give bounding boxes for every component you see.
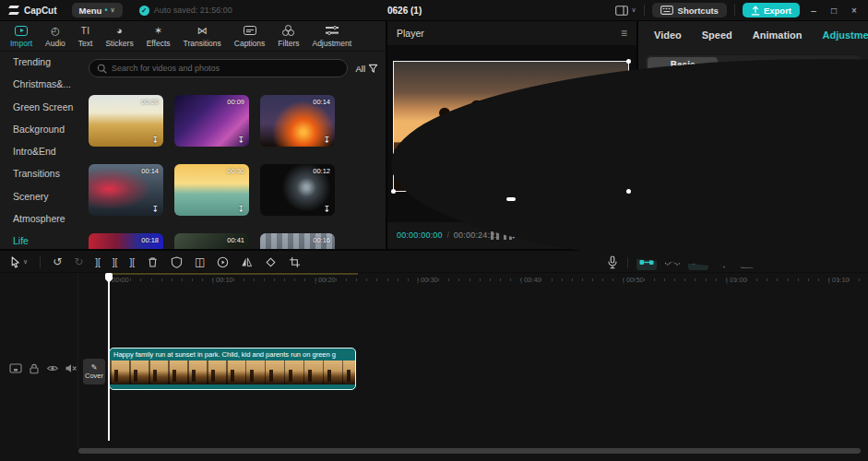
video-thumbnail[interactable]: 00:14 ↧ — [89, 164, 163, 216]
record-voiceover-button[interactable] — [606, 255, 619, 269]
lock-track-icon[interactable] — [28, 362, 41, 374]
timeline-ruler[interactable]: 00:00 00:10 00:20 00:30 00:40 00:50 01:0… — [78, 273, 868, 290]
tab-audio[interactable]: ◴ Audio — [39, 21, 72, 52]
crop-button[interactable] — [289, 256, 301, 268]
ruler-label: 01:00 — [726, 276, 747, 284]
playhead[interactable] — [108, 273, 110, 441]
split-button[interactable]: ][ — [95, 257, 101, 267]
shortcuts-button[interactable]: Shortcuts — [652, 3, 727, 18]
tab-speed[interactable]: Speed — [702, 30, 732, 41]
pencil-icon: ✎ — [91, 363, 98, 372]
video-thumbnail[interactable]: 00:20 ↧ — [89, 95, 163, 147]
sidebar-item-background[interactable]: Background — [13, 124, 81, 135]
cursor-icon — [9, 255, 20, 268]
video-thumbnail[interactable]: 00:16 — [260, 233, 335, 249]
timeline: ∨ ↺ ↻ ][ ][ ][ ◫ — [0, 251, 868, 461]
clip-caption: Happy family run at sunset in park. Chil… — [110, 349, 355, 361]
delete-button[interactable] — [147, 256, 159, 268]
sidebar-item-green-screen[interactable]: Green Screen — [13, 101, 81, 112]
video-preview[interactable] — [393, 61, 629, 192]
video-thumbnail[interactable]: 00:18 — [89, 233, 163, 249]
ruler-label: 00:10 — [212, 276, 233, 284]
video-thumbnail[interactable]: 00:14 ↧ — [260, 95, 335, 147]
speed-button[interactable] — [217, 256, 229, 268]
tab-effects[interactable]: ✶ Effects — [140, 21, 177, 52]
capcut-logo: CapCut — [7, 5, 57, 16]
delete-left-button[interactable]: ][ — [113, 257, 118, 267]
hide-track-icon[interactable] — [46, 362, 59, 374]
tab-adjustment[interactable]: Adjustment — [305, 21, 358, 52]
download-icon[interactable]: ↧ — [237, 136, 244, 145]
audio-icon: ◴ — [51, 26, 60, 36]
thumb-duration: 00:12 — [313, 167, 330, 175]
selection-handle[interactable] — [626, 59, 631, 64]
download-icon[interactable]: ↧ — [151, 205, 159, 214]
timecode: 00:00:00:00 / 00:00:24:21 — [397, 230, 500, 240]
video-thumbnail[interactable]: 00:09 ↧ — [174, 95, 249, 147]
player-menu-icon[interactable]: ≡ — [621, 27, 627, 40]
thumb-duration: 00:14 — [141, 167, 159, 175]
search-input[interactable] — [112, 64, 339, 73]
redo-button[interactable]: ↻ — [74, 255, 83, 268]
tab-stickers[interactable]: ◕ Stickers — [99, 21, 139, 52]
mirror-button[interactable] — [241, 256, 253, 267]
video-thumbnail[interactable]: 00:30 ↧ — [174, 164, 249, 216]
export-label: Export — [764, 6, 791, 16]
download-icon[interactable]: ↧ — [323, 136, 330, 145]
tab-animation[interactable]: Animation — [753, 30, 803, 41]
search-bar[interactable] — [89, 59, 348, 77]
video-thumbnail[interactable]: 00:12 ↧ — [260, 164, 335, 216]
export-button[interactable]: Export — [743, 3, 800, 18]
autosave-status: ✓ Auto saved: 21:56:00 — [139, 6, 232, 16]
tab-captions[interactable]: Captions — [228, 21, 272, 52]
thumb-duration: 00:20 — [141, 98, 159, 106]
select-tool-button[interactable]: ∨ — [9, 255, 28, 268]
download-icon[interactable]: ↧ — [323, 205, 330, 214]
mask-button[interactable] — [171, 256, 183, 268]
tab-adjustment[interactable]: Adjustment — [823, 30, 868, 41]
rotate-handle[interactable] — [506, 197, 516, 201]
tab-video[interactable]: Video — [654, 30, 682, 41]
sidebar-item-life[interactable]: Life — [13, 235, 81, 246]
download-icon[interactable]: ↧ — [237, 205, 244, 214]
sidebar-item-trending[interactable]: Trending — [13, 56, 81, 67]
tab-transitions[interactable]: ⋈ Transitions — [177, 21, 228, 52]
horizontal-scrollbar[interactable] — [78, 448, 861, 454]
tab-import[interactable]: Import — [4, 21, 39, 52]
project-title: 0626 (1) — [387, 0, 422, 20]
sidebar-item-intro-end[interactable]: Intro&End — [13, 146, 81, 157]
overlay-button[interactable]: ◫ — [195, 255, 205, 268]
tab-filters[interactable]: Filters — [271, 21, 305, 52]
divider — [644, 5, 645, 16]
video-thumbnail[interactable]: 00:41 — [174, 233, 249, 249]
undo-button[interactable]: ↺ — [53, 255, 62, 268]
filter-control[interactable]: All — [355, 64, 378, 74]
delete-right-button[interactable]: ][ — [129, 257, 135, 267]
cover-button[interactable]: ✎ Cover — [83, 359, 105, 384]
crop-icon — [289, 256, 301, 268]
tab-label: Import — [10, 39, 32, 48]
timeline-clip[interactable]: Happy family run at sunset in park. Chil… — [109, 348, 356, 390]
sidebar-item-atmosphere[interactable]: Atmosphere — [13, 213, 81, 224]
tab-text[interactable]: TI Text — [72, 21, 100, 52]
minimize-button[interactable]: – — [807, 6, 820, 16]
sidebar-item-transitions[interactable]: Transitions — [13, 168, 81, 179]
maximize-button[interactable]: □ — [827, 6, 840, 16]
download-icon[interactable]: ↧ — [151, 136, 159, 145]
capcut-logo-icon — [7, 5, 20, 16]
rotate-button[interactable] — [265, 256, 277, 268]
filter-label: All — [355, 64, 365, 74]
mute-track-icon[interactable] — [65, 362, 77, 374]
main-track-icon[interactable] — [9, 362, 22, 374]
close-button[interactable]: × — [848, 6, 861, 16]
sidebar-item-christmas[interactable]: Christmas&... — [13, 78, 81, 89]
sidebar-item-scenery[interactable]: Scenery — [13, 191, 81, 202]
ruler-label: 00:00 — [112, 276, 129, 284]
title-bar: CapCut Menu • ∨ ✓ Auto saved: 21:56:00 0… — [0, 0, 868, 20]
cover-label: Cover — [85, 372, 103, 380]
selection-handle[interactable] — [391, 189, 396, 194]
menu-button[interactable]: Menu • ∨ — [72, 3, 123, 18]
selection-handle[interactable] — [626, 189, 631, 194]
divider — [734, 5, 735, 16]
layout-switcher-button[interactable]: ∨ — [615, 6, 636, 16]
